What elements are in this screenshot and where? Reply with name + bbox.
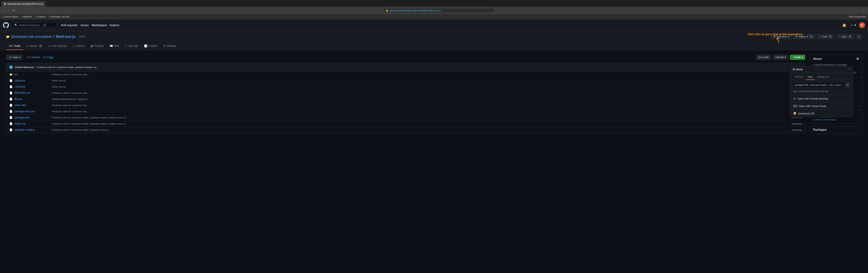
bookmark-graphics[interactable]: □ Graphics [35,15,46,18]
tab-pull-requests[interactable]: ⇄ Pull requests [45,42,70,50]
repo-name[interactable]: html-css-js [56,34,75,39]
main-content: ⎇ main ▾ ⎇ 1 branch 🏷 0 tags [0,50,868,141]
file-name-src[interactable]: src [14,73,52,76]
code-button[interactable]: ↓ Code ▾ [790,55,805,60]
create-button[interactable]: ＋ ▾ [849,22,857,28]
forward-button[interactable]: › [6,8,10,12]
file-icon: 📄 [9,122,12,125]
file-name-stylescss[interactable]: styles.css [14,122,52,125]
packages-content: Packages [810,127,862,134]
nav-issues[interactable]: Issues [81,23,89,27]
packages-section: Packages [810,127,862,134]
table-row: 📄 .gitignore Initial commit [6,77,805,84]
branch-count[interactable]: ⎇ 1 branch [26,56,40,59]
branch-chevron-icon: ▾ [19,56,21,59]
about-title: About ⚙ [810,55,862,63]
tag-count[interactable]: 🏷 0 tags [43,56,53,59]
avatar[interactable]: D [859,22,865,28]
bookmarks-bar: □ Unreal Engine □ Skillproof □ Graphics … [0,14,868,20]
commit-author-name[interactable]: Dmitrii Belousov [15,66,34,69]
settings-gear-icon[interactable]: ⚙ [856,57,859,61]
clone-url-input[interactable] [793,82,844,88]
tab-code[interactable]: </> Code [6,42,23,50]
table-row: 📄 index.html Finalized code for customer… [6,102,805,108]
file-commit-license: Initial commit [52,86,787,88]
repo-visibility: Public [77,35,87,38]
nav-marketplace[interactable]: Marketplace [92,23,107,27]
create-release-link[interactable]: Create a new release [813,118,836,121]
clone-url-row: ⎘ [790,80,853,90]
bookmark-developer-job-sim[interactable]: □ Developer Job Sim [48,15,69,18]
star-icon: ☆ [839,35,841,38]
file-name-readme[interactable]: README.md [14,91,52,94]
search-bar[interactable]: 🔍 Search or jump to... / [12,23,57,28]
eye-icon: 👁 [795,35,798,38]
star-button[interactable]: ☆ Star 0 [836,34,855,39]
browser-tab-active[interactable]: developer-job-simulation/html-css-js [1,1,45,7]
file-name-indexhtml[interactable]: index.html [14,104,52,107]
clone-tab-ssh[interactable]: SSH [805,74,815,80]
reload-button[interactable]: ↻ [11,8,16,13]
tab-projects[interactable]: ▦ Projects [88,42,107,50]
file-commit-dbjson: Stubbed dependencies: webpack... [52,98,787,101]
tab-favicon [4,3,6,5]
file-name-packagejson[interactable]: package.json [14,116,52,119]
watch-button[interactable]: 👁 Watch ▾ 0 [793,34,816,39]
file-commit-webpackconfigjs: Finalized code for customers table; upda… [52,129,787,131]
table-row: 📄 README.md Finalized code for customers… [6,90,805,96]
github-header-actions: 🔔 ＋ ▾ D [841,22,865,28]
clone-action-github-desktop[interactable]: 🖥 Open with GitHub Desktop [790,95,853,102]
lock-icon: 🔒 [385,9,389,12]
projects-icon: ▦ [91,44,93,47]
fork-count: 0 [828,35,833,38]
clone-action-download-zip[interactable]: 📦 Download ZIP [790,110,853,117]
issues-count: 4 [38,44,43,47]
github-logo[interactable] [3,22,9,28]
fork-button[interactable]: ⑂ Fork 0 [817,34,835,39]
tab-wiki[interactable]: 📖 Wiki [107,42,122,50]
commit-author-avatar [9,65,13,69]
bookmark-skillproof[interactable]: □ Skillproof [21,15,32,18]
clone-help-icon[interactable]: ? [848,68,850,71]
file-name-webpackconfigjs[interactable]: webpack.config.js [14,128,52,131]
file-commit-stylescss: Finalized code for customers table; upda… [52,122,787,125]
bookmark-other[interactable]: Other Bookmarks [849,15,866,18]
file-name-license[interactable]: LICENSE [14,85,52,88]
clone-tab-cli[interactable]: GitHub CLI [815,74,831,80]
tab-settings[interactable]: ⚙ Settings [160,42,179,50]
repo-owner[interactable]: developer-job-simulation [11,34,52,39]
address-bar[interactable]: 🔒 github.com/developer-job-simulation/ht… [383,8,495,13]
clone-tab-https[interactable]: HTTPS [793,74,805,80]
file-name-packagelockjson[interactable]: package-lock.json [14,110,52,113]
back-button[interactable]: ‹ [2,8,5,12]
branch-name: main [12,56,18,59]
table-row: 📄 package-lock.json Finalized code for c… [6,108,805,114]
add-file-button[interactable]: Add file ▾ [773,55,788,60]
wiki-icon: 📖 [110,44,113,47]
file-icon: 📄 [9,104,12,107]
file-icon: 📄 [9,128,12,131]
bookmark-star-icon[interactable]: ☆ [861,8,866,13]
bookmark-unreal[interactable]: □ Unreal Engine [2,15,18,18]
clone-title: ⎘ Clone [793,68,803,71]
tab-insights[interactable]: 📈 Insights [141,42,160,50]
tab-actions[interactable]: ▷ Actions [70,42,88,50]
file-name-gitignore[interactable]: .gitignore [14,79,52,82]
branch-selector[interactable]: ⎇ main ▾ [6,55,23,60]
notification-button[interactable]: 🔔 [841,22,847,28]
file-icon: 📄 [9,79,12,82]
star-dropdown-button[interactable]: ▾ [856,34,862,39]
nav-pull-requests[interactable]: Pull requests [61,23,78,27]
bookmark-icon: □ [35,15,36,18]
go-to-file-button[interactable]: Go to file [756,55,771,60]
tab-security[interactable]: 🛡 Security [122,42,141,50]
table-row: 📄 LICENSE Initial commit [6,84,805,90]
repo-title-row: 📁 developer-job-simulation / html-css-js… [6,34,862,39]
edit-pins-button[interactable]: 📌 Edit Pins ▾ [770,34,791,39]
zip-icon: 📦 [793,112,797,115]
tab-issues[interactable]: ⊙ Issues 4 [23,42,45,50]
clone-action-visual-studio[interactable]: ⌨ Open with Visual Studio [790,102,853,110]
nav-explore[interactable]: Explore [110,23,119,27]
clone-copy-button[interactable]: ⎘ [845,82,850,88]
file-name-dbjson[interactable]: db.json [14,98,52,101]
